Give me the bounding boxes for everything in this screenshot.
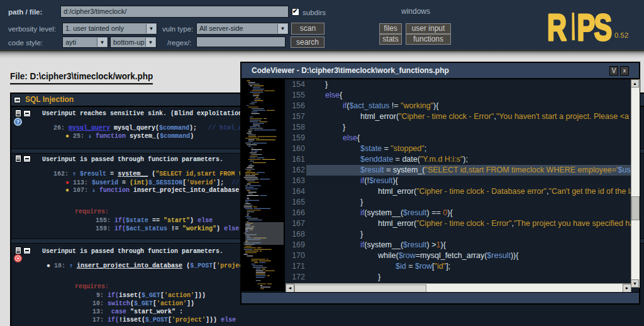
svg-text:P: P	[577, 6, 595, 44]
svg-text:R: R	[547, 6, 567, 44]
svg-text:0.52: 0.52	[614, 31, 628, 39]
svg-text:S: S	[594, 6, 612, 44]
